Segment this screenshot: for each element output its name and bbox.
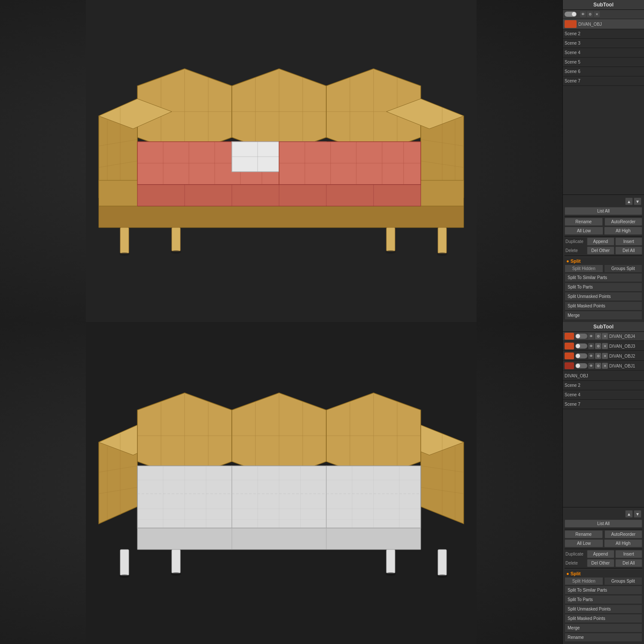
- svg-point-48: [386, 250, 396, 254]
- top-all-high-btn[interactable]: All High: [604, 227, 643, 235]
- top-append-btn[interactable]: Append: [587, 237, 614, 246]
- top-insert-btn[interactable]: Insert: [615, 237, 643, 246]
- top-split-title: ● Split: [565, 257, 642, 264]
- bottom-slot-7[interactable]: Scene 4: [563, 390, 644, 400]
- subtool-slot-5[interactable]: Scene 5: [563, 58, 644, 67]
- bottom-split-hidden-btn[interactable]: Split Hidden: [565, 577, 603, 585]
- top-all-low-btn[interactable]: All Low: [565, 227, 603, 235]
- top-sidebar: SubTool 👁 ⚙ ✕ DIVAN_OBJ Scene 2 Scene 3 …: [562, 0, 644, 322]
- bottom-insert-btn[interactable]: Insert: [615, 550, 643, 558]
- bottom-slot-8[interactable]: Scene 7: [563, 400, 644, 409]
- top-rename-btn[interactable]: Rename: [565, 218, 603, 226]
- subtool-slot-2[interactable]: Scene 2: [563, 29, 644, 39]
- top-dup-row: Duplicate Append Insert: [565, 237, 642, 246]
- top-autoreorder-btn[interactable]: AutoReorder: [605, 218, 643, 226]
- bottom-lock-2[interactable]: ⚙: [595, 343, 601, 349]
- bottom-eye-4[interactable]: 👁: [588, 363, 594, 369]
- top-split-parts-btn[interactable]: Split To Parts: [565, 283, 642, 292]
- svg-point-95: [437, 574, 447, 578]
- top-up-arrow[interactable]: ▲: [625, 197, 633, 205]
- bottom-append-btn[interactable]: Append: [587, 550, 614, 558]
- subtool-slot-3[interactable]: Scene 3: [563, 39, 644, 48]
- top-list-all-btn[interactable]: List All: [565, 207, 642, 215]
- bottom-toggle-4[interactable]: [575, 363, 587, 368]
- subtool-slot-6[interactable]: Scene 6: [563, 67, 644, 76]
- subtool-thumb-divan: [565, 20, 577, 28]
- bottom-eye-1[interactable]: 👁: [588, 333, 594, 339]
- bottom-split-title: ● Split: [565, 569, 642, 577]
- top-split-similar-btn[interactable]: Split To Similar Parts: [565, 273, 642, 282]
- bottom-slot-5[interactable]: DIVAN_OBJ: [563, 371, 644, 381]
- subtool-name-4: Scene 4: [565, 50, 580, 55]
- top-split-hidden-btn[interactable]: Split Hidden: [565, 264, 603, 273]
- bottom-item-name-6: Scene 2: [565, 383, 580, 388]
- top-split-unmasked-btn[interactable]: Split Unmasked Points: [565, 292, 642, 301]
- bottom-lock-3[interactable]: ⚙: [595, 353, 601, 359]
- bottom-lock-1[interactable]: ⚙: [595, 333, 601, 339]
- bottom-all-low-btn[interactable]: All Low: [565, 539, 603, 547]
- top-del-all-btn[interactable]: Del All: [615, 246, 643, 255]
- bottom-list-all-btn[interactable]: List All: [565, 519, 642, 528]
- bottom-viewport: [0, 322, 562, 644]
- bottom-split-parts-btn[interactable]: Split To Parts: [565, 595, 642, 604]
- bottom-del-other-btn[interactable]: Del Other: [587, 559, 614, 567]
- bottom-sidebar-title: SubTool: [563, 322, 644, 332]
- top-del-other-btn[interactable]: Del Other: [587, 246, 614, 255]
- bottom-item-name-7: Scene 4: [565, 392, 580, 397]
- svg-point-46: [119, 252, 130, 256]
- bottom-close-3[interactable]: ✕: [602, 353, 608, 359]
- bottom-rename2-btn[interactable]: Rename: [565, 633, 642, 642]
- bottom-thumb-3: [565, 352, 574, 359]
- bottom-del-all-btn[interactable]: Del All: [615, 559, 643, 567]
- bottom-slot-6[interactable]: Scene 2: [563, 381, 644, 390]
- bottom-toggle-1[interactable]: [575, 334, 587, 339]
- svg-rect-44: [386, 228, 395, 251]
- bottom-toggle-2[interactable]: [575, 343, 587, 349]
- bottom-up-arrow[interactable]: ▲: [625, 510, 633, 518]
- bottom-close-4[interactable]: ✕: [602, 363, 608, 369]
- top-lock-btn[interactable]: ⚙: [587, 11, 593, 17]
- bottom-down-arrow[interactable]: ▼: [634, 510, 641, 518]
- subtool-slot-4[interactable]: Scene 4: [563, 48, 644, 58]
- svg-point-49: [437, 252, 447, 256]
- bottom-sidebar: SubTool 👁 ⚙ ✕ DIVAN_OBJ4 👁 ⚙ ✕ DIVAN_OBJ…: [562, 322, 644, 644]
- top-split-hidden-row: Split Hidden Groups Split: [565, 264, 642, 273]
- bottom-close-2[interactable]: ✕: [602, 343, 608, 349]
- subtool-item-divan-obj[interactable]: DIVAN_OBJ: [563, 19, 644, 29]
- bottom-split-unmasked-btn[interactable]: Split Unmasked Points: [565, 605, 642, 614]
- bottom-split-masked-btn[interactable]: Split Masked Points: [565, 614, 642, 623]
- top-lod-row: All Low All High: [565, 227, 642, 235]
- svg-rect-45: [438, 228, 447, 253]
- bottom-thumb-2: [565, 343, 574, 349]
- svg-point-93: [171, 572, 181, 576]
- top-sofa-scene: [0, 0, 562, 322]
- bottom-sofa-svg: [0, 322, 562, 644]
- bottom-rename-btn[interactable]: Rename: [565, 530, 603, 538]
- top-eye-btn[interactable]: 👁: [580, 11, 586, 17]
- top-split-masked-btn[interactable]: Split Masked Points: [565, 301, 642, 310]
- top-rename-row: Rename AutoReorder: [565, 218, 642, 226]
- top-down-arrow[interactable]: ▼: [634, 197, 641, 205]
- bottom-all-high-btn[interactable]: All High: [604, 539, 643, 547]
- bottom-thumb-4: [565, 362, 574, 369]
- top-groups-split-btn[interactable]: Groups Split: [604, 264, 643, 273]
- bottom-eye-2[interactable]: 👁: [588, 343, 594, 349]
- subtool-slot-7[interactable]: Scene 7: [563, 76, 644, 86]
- top-extra-btn[interactable]: ✕: [594, 11, 600, 17]
- bottom-close-1[interactable]: ✕: [602, 333, 608, 339]
- subtool-name-7: Scene 7: [565, 79, 580, 83]
- bottom-rename-row: Rename AutoReorder: [565, 530, 642, 538]
- bottom-eye-3[interactable]: 👁: [588, 353, 594, 359]
- bottom-lock-4[interactable]: ⚙: [595, 363, 601, 369]
- top-toggle[interactable]: [565, 12, 577, 17]
- svg-rect-91: [438, 550, 447, 575]
- top-dup-label: Duplicate: [565, 238, 587, 245]
- bottom-sidebar-controls: ▲ ▼ List All Rename AutoReorder All Low …: [563, 507, 644, 644]
- bottom-toggle-3[interactable]: [575, 353, 587, 358]
- top-merge-btn[interactable]: Merge: [565, 311, 642, 320]
- bottom-autoreorder-btn[interactable]: AutoReorder: [605, 530, 643, 538]
- svg-point-92: [119, 574, 130, 578]
- bottom-groups-split-btn[interactable]: Groups Split: [604, 577, 643, 585]
- bottom-split-similar-btn[interactable]: Split To Similar Parts: [565, 586, 642, 595]
- bottom-merge-btn[interactable]: Merge: [565, 623, 642, 632]
